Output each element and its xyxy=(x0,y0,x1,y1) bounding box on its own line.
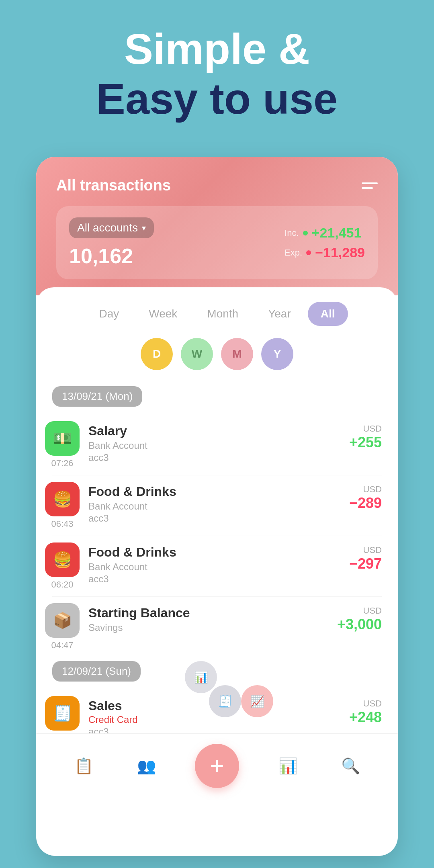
tab-bar: Day Week Month Year All xyxy=(36,287,398,334)
add-transaction-button[interactable]: + xyxy=(195,744,239,788)
transaction-info: Food & Drinks Bank Account acc3 xyxy=(88,542,341,585)
transaction-amount-section: USD −297 xyxy=(349,542,382,572)
transaction-amount-section: USD +3,000 xyxy=(337,603,382,633)
period-btn-w[interactable]: W xyxy=(181,338,213,370)
tab-year[interactable]: Year xyxy=(255,302,304,326)
account-selector-label: All accounts xyxy=(77,221,138,234)
food-icon-1: 🍔 xyxy=(45,482,80,516)
amount-value: +255 xyxy=(349,434,382,451)
period-buttons: D W M Y xyxy=(36,334,398,382)
transaction-name: Food & Drinks xyxy=(88,545,341,560)
currency-label: USD xyxy=(363,484,382,495)
transaction-item[interactable]: 📦 04:47 Starting Balance Savings USD +3,… xyxy=(36,597,398,657)
amount-value: −289 xyxy=(349,495,382,512)
currency-label: USD xyxy=(363,545,382,555)
transaction-item[interactable]: 🍔 06:20 Food & Drinks Bank Account acc3 … xyxy=(36,536,398,596)
expense-dot-icon xyxy=(306,250,311,255)
period-btn-d[interactable]: D xyxy=(141,338,173,370)
account-balance: 10,162 xyxy=(69,244,276,268)
nav-search-icon[interactable]: 🔍 xyxy=(336,752,364,780)
nav-accounts-icon[interactable]: 👥 xyxy=(132,752,160,780)
account-section: All accounts ▾ 10,162 Inc. +21,451 Exp. … xyxy=(56,206,378,279)
transaction-account: Bank Account xyxy=(88,440,341,451)
account-selector[interactable]: All accounts ▾ xyxy=(69,217,154,238)
app-content: Day Week Month Year All D W M Y 13/09/21… xyxy=(36,287,398,798)
tab-month[interactable]: Month xyxy=(194,302,251,326)
menu-icon[interactable] xyxy=(362,182,378,189)
transaction-info: Starting Balance Savings xyxy=(88,603,329,633)
header-title: All transactions xyxy=(56,177,171,194)
transaction-amount-section: USD +255 xyxy=(349,421,382,451)
transaction-time: 06:43 xyxy=(51,519,73,529)
transaction-info: Food & Drinks Bank Account acc3 xyxy=(88,482,341,524)
hero-line2: Easy to use xyxy=(0,74,434,124)
transaction-acc: acc3 xyxy=(88,513,341,524)
transaction-account: Bank Account xyxy=(88,561,341,573)
expense-value: −11,289 xyxy=(315,245,365,260)
income-stat-row: Inc. +21,451 xyxy=(285,225,361,241)
floating-receipt-icon[interactable]: 🧾 xyxy=(209,685,241,717)
transaction-name: Starting Balance xyxy=(88,606,329,620)
transaction-time-icon: 📦 04:47 xyxy=(44,603,80,651)
period-btn-m[interactable]: M xyxy=(221,338,253,370)
nav-stats-icon[interactable]: 📊 xyxy=(274,752,302,780)
date-separator-2: 12/09/21 (Sun) xyxy=(52,661,141,682)
transaction-time: 07:26 xyxy=(51,458,73,469)
transaction-name: Salary xyxy=(88,424,341,438)
amount-value: +3,000 xyxy=(337,616,382,633)
hamburger-line2 xyxy=(362,187,373,189)
salary-icon: 💵 xyxy=(45,421,80,456)
income-label: Inc. xyxy=(285,228,299,238)
transaction-time: 04:47 xyxy=(51,640,73,651)
transaction-info: Salary Bank Account acc3 xyxy=(88,421,341,463)
tab-day[interactable]: Day xyxy=(86,302,132,326)
transaction-item[interactable]: 🍔 06:43 Food & Drinks Bank Account acc3 … xyxy=(36,475,398,536)
bottom-nav: 📋 👥 + 📊 🔍 xyxy=(36,733,398,798)
currency-label: USD xyxy=(363,424,382,434)
app-mockup: All transactions All accounts ▾ 10,162 I… xyxy=(36,157,398,856)
hamburger-line1 xyxy=(362,182,378,184)
account-left: All accounts ▾ 10,162 xyxy=(69,217,276,268)
nav-transactions-icon[interactable]: 📋 xyxy=(70,752,98,780)
transaction-amount-section: USD −289 xyxy=(349,482,382,512)
transaction-acc: acc3 xyxy=(88,573,341,585)
tab-all[interactable]: All xyxy=(308,302,348,326)
period-btn-y[interactable]: Y xyxy=(261,338,293,370)
income-dot-icon xyxy=(303,231,308,235)
account-stats: Inc. +21,451 Exp. −11,289 xyxy=(285,225,365,260)
expense-label: Exp. xyxy=(285,248,302,258)
transaction-account: Savings xyxy=(88,622,329,633)
sales-icon: 🧾 xyxy=(45,696,80,731)
transaction-account: Bank Account xyxy=(88,501,341,512)
transaction-time: 06:20 xyxy=(51,579,73,590)
food-icon-2: 🍔 xyxy=(45,542,80,577)
hero-line1: Simple & xyxy=(0,24,434,74)
hero-section: Simple & Easy to use xyxy=(0,0,434,124)
currency-label: USD xyxy=(363,698,382,709)
transaction-acc: acc3 xyxy=(88,452,341,463)
amount-value: −297 xyxy=(349,555,382,572)
amount-value: +248 xyxy=(349,709,382,726)
floating-report-icon[interactable]: 📊 xyxy=(185,661,217,693)
transaction-credit-card: Credit Card xyxy=(88,714,341,725)
date-group-1: 13/09/21 (Mon) 💵 07:26 Salary Bank Accou… xyxy=(36,382,398,657)
tab-week[interactable]: Week xyxy=(136,302,190,326)
transaction-name: Food & Drinks xyxy=(88,484,341,499)
currency-label: USD xyxy=(363,606,382,616)
floating-chart-icon[interactable]: 📈 xyxy=(241,685,273,717)
transaction-amount-section: USD +248 xyxy=(349,696,382,726)
expense-stat-row: Exp. −11,289 xyxy=(285,245,365,260)
app-header: All transactions All accounts ▾ 10,162 I… xyxy=(36,157,398,295)
hero-title: Simple & Easy to use xyxy=(0,0,434,124)
transaction-time-icon: 💵 07:26 xyxy=(44,421,80,469)
dropdown-arrow-icon: ▾ xyxy=(142,223,146,233)
header-top: All transactions xyxy=(56,177,378,194)
transaction-time-icon: 🍔 06:20 xyxy=(44,542,80,590)
balance-icon: 📦 xyxy=(45,603,80,638)
date-separator-1: 13/09/21 (Mon) xyxy=(52,386,142,407)
transaction-time-icon: 🍔 06:43 xyxy=(44,482,80,529)
transaction-item[interactable]: 💵 07:26 Salary Bank Account acc3 USD +25… xyxy=(36,415,398,475)
income-value: +21,451 xyxy=(312,225,362,241)
